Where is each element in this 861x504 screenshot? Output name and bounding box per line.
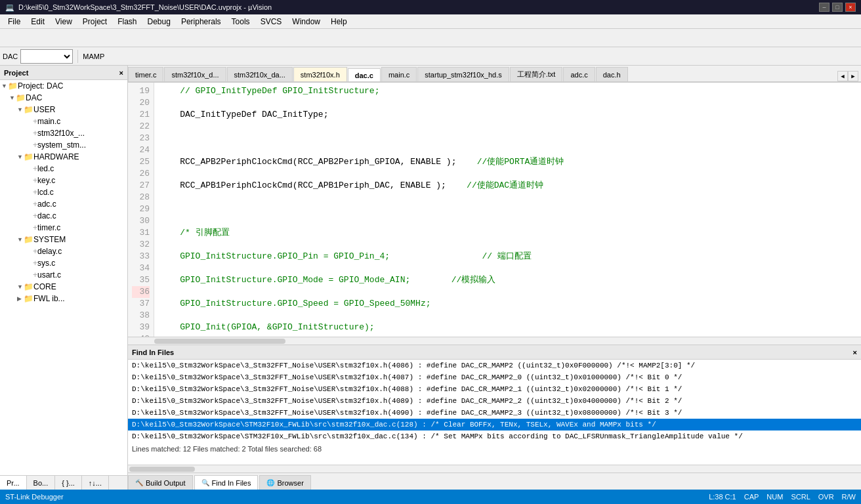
tree-usart-c[interactable]: + usart.c <box>0 269 127 281</box>
tree-dac-label: DAC <box>26 93 42 102</box>
horizontal-scrollbar[interactable] <box>128 337 861 345</box>
code-line-27: GPIO_InitStructure.GPIO_Mode = GPIO_Mode… <box>159 274 861 286</box>
minimize-button[interactable]: – <box>819 3 830 12</box>
tab-dac-c[interactable]: dac.c <box>348 68 381 83</box>
project-tree: ▼ 📁 Project: DAC ▼ 📁 DAC ▼ 📁 USER + main… <box>0 80 127 475</box>
find-scrollbar-thumb[interactable] <box>129 467 195 472</box>
tree-adc-c[interactable]: + adc.c <box>0 198 127 210</box>
tab-timer-c[interactable]: timer.c <box>128 67 163 81</box>
line-num: 30 <box>132 215 150 227</box>
tree-stm32f10x[interactable]: + stm32f10x_... <box>0 127 127 139</box>
tab-stm32f10x-d[interactable]: stm32f10x_d... <box>164 67 226 81</box>
browser-label: Browser <box>277 479 303 487</box>
tab-prev-button[interactable]: ◀ <box>837 71 848 81</box>
tree-sys-c[interactable]: + sys.c <box>0 257 127 269</box>
expand-icon: ▼ <box>1 83 8 89</box>
statusbar-rw: R/W <box>842 493 856 501</box>
code-content[interactable]: // GPIO_InitTypeDef GPIO_InitStructure; … <box>154 83 861 337</box>
tree-system[interactable]: ▼ 📁 SYSTEM <box>0 234 127 245</box>
tree-user[interactable]: ▼ 📁 USER <box>0 104 127 116</box>
menu-item-debug[interactable]: Debug <box>142 16 176 28</box>
tree-core[interactable]: ▼ 📁 CORE <box>0 281 127 293</box>
tab-stm32f10x-h[interactable]: stm32f10x.h <box>293 67 347 81</box>
tree-root[interactable]: ▼ 📁 Project: DAC <box>0 80 127 92</box>
find-result-2[interactable]: D:\keil5\0_Stm32WorkSpace\3_Stm32FFT_Noi… <box>128 371 861 383</box>
scrollbar-thumb[interactable] <box>154 339 285 344</box>
project-title: Project <box>4 69 28 77</box>
tab-intro[interactable]: 工程简介.txt <box>510 67 563 81</box>
tree-user-label: USER <box>33 105 55 114</box>
tab-stm32f10x-da[interactable]: stm32f10x_da... <box>227 67 293 81</box>
menu-item-file[interactable]: File <box>3 16 26 28</box>
menu-item-project[interactable]: Project <box>77 16 112 28</box>
tree-timer-c[interactable]: + timer.c <box>0 222 127 234</box>
find-result-1[interactable]: D:\keil5\0_Stm32WorkSpace\3_Stm32FFT_Noi… <box>128 360 861 371</box>
find-panel-close[interactable]: × <box>853 348 857 356</box>
menu-item-help[interactable]: Help <box>326 16 352 28</box>
line-num: 28 <box>132 192 150 203</box>
expand-icon: ▼ <box>17 154 24 160</box>
tree-dac-c[interactable]: + dac.c <box>0 210 127 222</box>
bottom-tab-build-output[interactable]: 🔨 Build Output <box>128 475 193 490</box>
tree-lcd-c[interactable]: + lcd.c <box>0 186 127 198</box>
menu-item-tools[interactable]: Tools <box>226 16 255 28</box>
proj-tab-bo[interactable]: Bo... <box>27 476 56 490</box>
find-result-7[interactable]: D:\keil5\0_Stm32WorkSpace\STM32F10x_FWLi… <box>128 430 861 442</box>
window-controls[interactable]: – □ × <box>819 3 856 12</box>
project-header: Project × <box>0 66 127 80</box>
close-button[interactable]: × <box>845 3 856 12</box>
bottom-tab-find-in-files[interactable]: 🔍 Find In Files <box>194 475 259 490</box>
title-text: 💻 D:\keil5\0_Stm32WorkSpace\3_Stm32FFT_N… <box>5 3 272 12</box>
find-scrollbar-x[interactable] <box>128 465 861 472</box>
folder-icon: 📁 <box>24 105 33 114</box>
menu-item-peripherals[interactable]: Peripherals <box>176 16 226 28</box>
find-icon: 🔍 <box>201 479 209 486</box>
tree-main-c[interactable]: + main.c <box>0 116 127 127</box>
dac-select[interactable] <box>20 49 73 64</box>
tab-dac-h[interactable]: dac.h <box>596 67 628 81</box>
menu-item-svcs[interactable]: SVCS <box>255 16 287 28</box>
statusbar-caps: CAP <box>744 493 759 501</box>
line-num: 25 <box>132 156 150 168</box>
find-result-4[interactable]: D:\keil5\0_Stm32WorkSpace\3_Stm32FFT_Noi… <box>128 395 861 407</box>
proj-tab-pr[interactable]: Pr... <box>0 476 27 490</box>
tree-usart-c-label: usart.c <box>37 270 61 280</box>
line-num: 37 <box>132 298 150 310</box>
code-line-26: GPIO_InitStructure.GPIO_Pin = GPIO_Pin_4… <box>159 251 861 262</box>
proj-tab-arrows[interactable]: ↑↓... <box>82 476 109 490</box>
folder-icon: 📁 <box>8 81 18 91</box>
maximize-button[interactable]: □ <box>832 3 843 12</box>
menu-item-edit[interactable]: Edit <box>26 16 50 28</box>
code-editor[interactable]: 19 20 21 22 23 24 25 26 27 28 29 30 31 3… <box>128 83 861 337</box>
find-result-3[interactable]: D:\keil5\0_Stm32WorkSpace\3_Stm32FFT_Noi… <box>128 383 861 395</box>
tab-main-c[interactable]: main.c <box>381 67 417 81</box>
main-area: Project × ▼ 📁 Project: DAC ▼ 📁 DAC ▼ 📁 U… <box>0 66 861 490</box>
tree-system-stm[interactable]: + system_stm... <box>0 139 127 151</box>
find-result-6[interactable]: D:\keil5\0_Stm32WorkSpace\STM32F10x_FWLi… <box>128 419 861 430</box>
tree-led-c[interactable]: + led.c <box>0 163 127 175</box>
tree-key-c[interactable]: + key.c <box>0 175 127 186</box>
tab-next-button[interactable]: ▶ <box>848 71 858 81</box>
tab-startup[interactable]: startup_stm32f10x_hd.s <box>417 67 509 81</box>
file-icon: + <box>33 223 37 232</box>
project-close[interactable]: × <box>119 69 123 77</box>
tree-system-stm-label: system_stm... <box>37 140 86 150</box>
file-icon: + <box>33 270 37 280</box>
toolbar1 <box>0 29 861 47</box>
tree-led-c-label: led.c <box>37 164 54 173</box>
code-line-20: DAC_InitTypeDef DAC_InitType; <box>159 109 861 121</box>
menu-item-view[interactable]: View <box>50 16 77 28</box>
tab-adc-c[interactable]: adc.c <box>563 67 595 81</box>
tree-dac[interactable]: ▼ 📁 DAC <box>0 92 127 104</box>
find-result-5[interactable]: D:\keil5\0_Stm32WorkSpace\3_Stm32FFT_Noi… <box>128 407 861 419</box>
bottom-tabs: 🔨 Build Output 🔍 Find In Files 🌐 Browser <box>128 472 861 490</box>
bottom-tab-browser[interactable]: 🌐 Browser <box>259 475 310 490</box>
proj-tab-braces[interactable]: { }... <box>55 476 82 490</box>
tree-fwl[interactable]: ▶ 📁 FWL ib... <box>0 293 127 304</box>
menu-item-window[interactable]: Window <box>287 16 326 28</box>
tree-root-label: Project: DAC <box>18 81 63 91</box>
menu-item-flash[interactable]: Flash <box>112 16 142 28</box>
tree-hardware[interactable]: ▼ 📁 HARDWARE <box>0 151 127 163</box>
tree-delay-c[interactable]: + delay.c <box>0 245 127 257</box>
folder-icon: 📁 <box>16 93 26 102</box>
